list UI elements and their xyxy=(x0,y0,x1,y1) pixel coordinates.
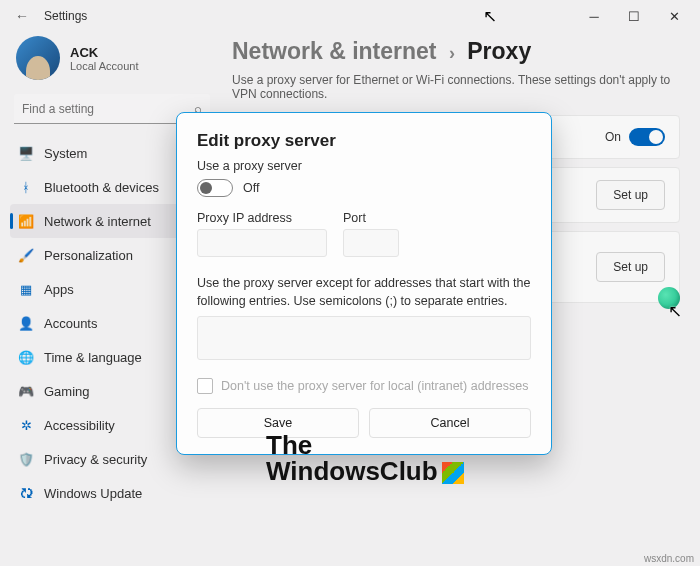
edit-proxy-dialog: Edit proxy server Use a proxy server Off… xyxy=(176,112,552,455)
port-label: Port xyxy=(343,211,399,225)
dialog-title: Edit proxy server xyxy=(197,131,531,151)
exceptions-label: Use the proxy server except for addresse… xyxy=(197,275,531,310)
exceptions-input[interactable] xyxy=(197,316,531,360)
local-addresses-checkbox[interactable] xyxy=(197,378,213,394)
click-highlight xyxy=(658,287,680,309)
toggle-off-label: Off xyxy=(243,181,259,195)
cancel-button[interactable]: Cancel xyxy=(369,408,531,438)
settings-window: ← Settings ─ ☐ ✕ ACK Local Account ⌕ 🖥️S… xyxy=(0,0,700,566)
source-watermark: wsxdn.com xyxy=(644,553,694,564)
save-button[interactable]: Save xyxy=(197,408,359,438)
proxy-ip-input[interactable] xyxy=(197,229,327,257)
use-proxy-toggle[interactable] xyxy=(197,179,233,197)
use-proxy-label: Use a proxy server xyxy=(197,159,531,173)
local-addresses-label: Don't use the proxy server for local (in… xyxy=(221,379,528,393)
ip-label: Proxy IP address xyxy=(197,211,327,225)
proxy-port-input[interactable] xyxy=(343,229,399,257)
